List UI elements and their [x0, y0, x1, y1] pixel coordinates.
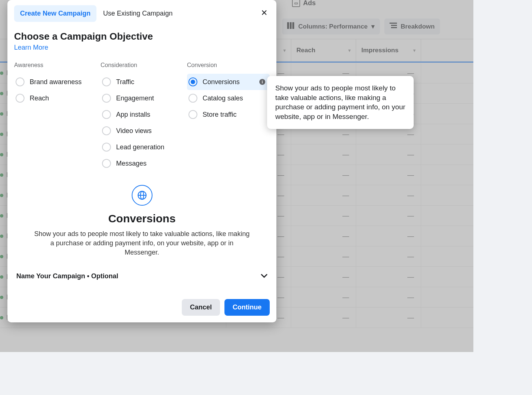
create-campaign-modal: Create New Campaign Use Existing Campaig…	[7, 0, 276, 322]
info-icon[interactable]: i	[259, 79, 265, 85]
radio-icon	[16, 94, 24, 103]
radio-icon	[102, 126, 111, 135]
modal-footer: Cancel Continue	[14, 292, 270, 316]
radio-icon	[188, 77, 197, 86]
objective-label: Engagement	[116, 94, 154, 102]
objective-label: Traffic	[116, 78, 134, 86]
objective-label: Video views	[116, 127, 152, 135]
name-campaign-label: Name Your Campaign • Optional	[16, 272, 118, 280]
globe-icon	[132, 185, 152, 206]
objective-brand-awareness[interactable]: Brand awareness	[14, 74, 97, 90]
objective-label: Messages	[116, 160, 147, 167]
objective-engagement[interactable]: Engagement	[101, 90, 183, 106]
conversion-title: Conversion	[187, 62, 270, 69]
chevron-down-icon	[261, 272, 267, 280]
radio-icon	[102, 159, 111, 168]
objective-store-traffic[interactable]: Store traffic	[187, 106, 270, 123]
objective-app-installs[interactable]: App installs	[101, 106, 183, 123]
objective-detail: Conversions Show your ads to people most…	[14, 185, 270, 258]
learn-more-link[interactable]: Learn More	[14, 44, 270, 52]
objective-detail-title: Conversions	[33, 212, 251, 225]
close-icon[interactable]: ✕	[261, 8, 267, 18]
objective-label: Catalog sales	[203, 94, 243, 102]
radio-icon	[188, 94, 197, 103]
objective-label: Conversions	[203, 78, 240, 86]
objective-lead-generation[interactable]: Lead generation	[101, 139, 183, 155]
modal-title: Choose a Campaign Objective	[14, 31, 270, 42]
objective-label: Store traffic	[203, 111, 237, 119]
radio-icon	[16, 77, 24, 86]
tab-create-new-campaign[interactable]: Create New Campaign	[14, 5, 96, 22]
objective-label: Brand awareness	[30, 78, 82, 86]
tab-use-existing-campaign[interactable]: Use Existing Campaign	[103, 10, 173, 17]
consideration-title: Consideration	[101, 62, 183, 69]
radio-icon	[102, 110, 111, 119]
radio-icon	[188, 110, 197, 119]
awareness-column: Awareness Brand awarenessReach	[14, 62, 97, 172]
name-campaign-toggle[interactable]: Name Your Campaign • Optional	[14, 272, 270, 280]
objective-detail-description: Show your ads to people most likely to t…	[33, 229, 251, 258]
objective-label: Reach	[30, 94, 49, 102]
radio-icon	[102, 77, 111, 86]
consideration-column: Consideration TrafficEngagementApp insta…	[101, 62, 183, 172]
conversion-column: Conversion ConversionsiCatalog salesStor…	[187, 62, 270, 172]
objective-messages[interactable]: Messages	[101, 155, 183, 172]
objective-catalog-sales[interactable]: Catalog sales	[187, 90, 270, 106]
radio-icon	[102, 143, 111, 152]
objective-conversions[interactable]: Conversionsi	[187, 74, 270, 90]
cancel-button[interactable]: Cancel	[182, 299, 220, 316]
objective-label: App installs	[116, 111, 150, 119]
objective-reach[interactable]: Reach	[14, 90, 97, 106]
continue-button[interactable]: Continue	[224, 299, 270, 316]
objective-label: Lead generation	[116, 143, 164, 151]
radio-icon	[102, 94, 111, 103]
objective-traffic[interactable]: Traffic	[101, 74, 183, 90]
objective-tooltip: Show your ads to people most likely to t…	[267, 76, 414, 129]
objective-video-views[interactable]: Video views	[101, 123, 183, 139]
objectives-grid: Awareness Brand awarenessReach Considera…	[14, 62, 270, 172]
awareness-title: Awareness	[14, 62, 97, 69]
